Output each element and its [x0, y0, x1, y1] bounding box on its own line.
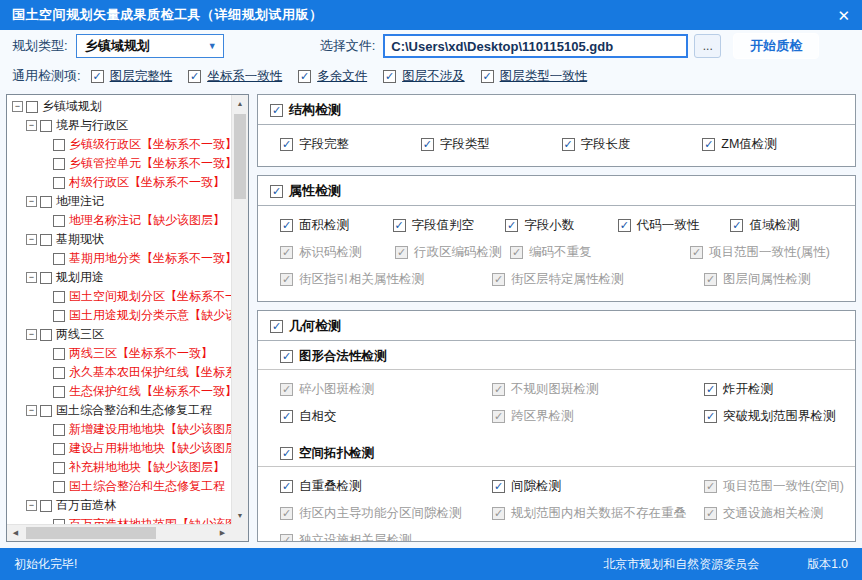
tree-checkbox[interactable]: [40, 234, 52, 246]
check-item[interactable]: 独立设施相关层检测: [280, 531, 492, 542]
check-item[interactable]: ZM值检测: [702, 135, 843, 153]
check-item[interactable]: 交通设施相关检测: [704, 504, 843, 522]
tree-checkbox[interactable]: [53, 177, 65, 189]
scroll-up-icon[interactable]: ▲: [232, 95, 249, 112]
close-icon[interactable]: ✕: [837, 8, 850, 23]
tree-item[interactable]: 乡镇级行政区【坐标系不一致】: [9, 135, 231, 154]
tree-checkbox[interactable]: [53, 139, 65, 151]
shape-toggle[interactable]: 图形合法性检测: [280, 347, 387, 365]
check-item[interactable]: 图层间属性检测: [704, 270, 843, 288]
check-item[interactable]: 规划范围内相关数据不存在重叠: [492, 504, 704, 522]
check-item[interactable]: 街区层特定属性检测: [492, 270, 704, 288]
tree-checkbox[interactable]: [40, 329, 52, 341]
general-check-item[interactable]: 坐标系一致性: [188, 67, 282, 85]
tree-checkbox[interactable]: [53, 462, 65, 474]
tree-checkbox[interactable]: [53, 443, 65, 455]
scroll-right-icon[interactable]: ▶: [214, 525, 231, 542]
check-item[interactable]: 跨区界检测: [492, 407, 704, 425]
tree-checkbox[interactable]: [53, 367, 65, 379]
check-item[interactable]: 面积检测: [280, 216, 393, 234]
check-item[interactable]: 碎小图斑检测: [280, 380, 492, 398]
check-item[interactable]: 项目范围一致性(属性): [690, 243, 843, 261]
tree-expander-icon[interactable]: [26, 500, 37, 511]
check-item[interactable]: 字段类型: [421, 135, 562, 153]
tree-item[interactable]: 境界与行政区: [9, 116, 231, 135]
scroll-left-icon[interactable]: ◀: [7, 525, 24, 542]
tree-item[interactable]: 国土空间规划分区【坐标系不一致】: [9, 287, 231, 306]
tree-checkbox[interactable]: [53, 215, 65, 227]
check-item[interactable]: 突破规划范围界检测: [704, 407, 843, 425]
tree-checkbox[interactable]: [53, 481, 65, 493]
start-inspection-button[interactable]: 开始质检: [733, 33, 819, 59]
tree-item[interactable]: 两线三区【坐标系不一致】: [9, 344, 231, 363]
topology-toggle[interactable]: 空间拓扑检测: [280, 444, 374, 462]
tree-item[interactable]: 国土用途规划分类示意【缺少该图层】: [9, 306, 231, 325]
tree-checkbox[interactable]: [40, 405, 52, 417]
tree-item[interactable]: 地理注记: [9, 192, 231, 211]
check-item[interactable]: 字段长度: [562, 135, 703, 153]
tree-item[interactable]: 补充耕地地块【缺少该图层】: [9, 458, 231, 477]
horizontal-scroll-track[interactable]: [24, 525, 214, 541]
tree-item[interactable]: 地理名称注记【缺少该图层】: [9, 211, 231, 230]
tree-item[interactable]: 基期现状: [9, 230, 231, 249]
geometry-toggle[interactable]: 几何检测: [270, 317, 341, 335]
check-item[interactable]: 炸开检测: [704, 380, 843, 398]
tree-expander-icon[interactable]: [26, 329, 37, 340]
tree-item[interactable]: 生态保护红线【坐标系不一致】: [9, 382, 231, 401]
tree-checkbox[interactable]: [53, 253, 65, 265]
tree-checkbox[interactable]: [53, 291, 65, 303]
tree-checkbox[interactable]: [53, 424, 65, 436]
tree-item[interactable]: 百万亩造林地块范围【缺少该图层】: [9, 515, 231, 524]
tree-item[interactable]: 乡镇域规划: [9, 97, 231, 116]
tree-expander-icon[interactable]: [26, 234, 37, 245]
attribute-toggle[interactable]: 属性检测: [270, 182, 341, 200]
check-item[interactable]: 街区指引相关属性检测: [280, 270, 492, 288]
structure-toggle[interactable]: 结构检测: [270, 101, 341, 119]
tree-expander-icon[interactable]: [26, 272, 37, 283]
check-item[interactable]: 间隙检测: [492, 477, 704, 495]
vertical-scroll-thumb[interactable]: [234, 114, 246, 199]
tree-item[interactable]: 国土综合整治和生态修复工程: [9, 401, 231, 420]
tree-item[interactable]: 乡镇管控单元【坐标系不一致】: [9, 154, 231, 173]
tree-expander-icon[interactable]: [26, 405, 37, 416]
check-item[interactable]: 代码一致性: [618, 216, 731, 234]
tree-checkbox[interactable]: [26, 101, 38, 113]
browse-button[interactable]: ...: [694, 34, 721, 58]
general-check-item[interactable]: 图层不涉及: [383, 67, 465, 85]
vertical-scroll-track[interactable]: [232, 112, 248, 507]
tree-checkbox[interactable]: [40, 272, 52, 284]
general-check-item[interactable]: 图层类型一致性: [481, 67, 588, 85]
check-item[interactable]: 标识码检测: [280, 243, 395, 261]
general-check-item[interactable]: 多余文件: [298, 67, 367, 85]
check-item[interactable]: 自重叠检测: [280, 477, 492, 495]
tree-expander-icon[interactable]: [26, 196, 37, 207]
horizontal-scroll-thumb[interactable]: [26, 527, 156, 539]
tree-item[interactable]: 村级行政区【坐标系不一致】: [9, 173, 231, 192]
tree-expander-icon[interactable]: [12, 101, 23, 112]
tree-checkbox[interactable]: [53, 348, 65, 360]
tree-item[interactable]: 百万亩造林: [9, 496, 231, 515]
check-item[interactable]: 自相交: [280, 407, 492, 425]
tree-item[interactable]: 规划用途: [9, 268, 231, 287]
check-item[interactable]: 编码不重复: [510, 243, 690, 261]
tree-item[interactable]: 新增建设用地地块【缺少该图层】: [9, 420, 231, 439]
tree-checkbox[interactable]: [40, 500, 52, 512]
tree-checkbox[interactable]: [53, 310, 65, 322]
check-item[interactable]: 字段值判空: [393, 216, 506, 234]
check-item[interactable]: 值域检测: [730, 216, 843, 234]
tree-checkbox[interactable]: [53, 158, 65, 170]
tree-item[interactable]: 建设占用耕地地块【缺少该图层】: [9, 439, 231, 458]
tree-checkbox[interactable]: [40, 196, 52, 208]
check-item[interactable]: 项目范围一致性(空间): [704, 477, 844, 495]
tree-item[interactable]: 两线三区: [9, 325, 231, 344]
plan-type-dropdown[interactable]: 乡镇域规划 ▼: [76, 34, 224, 58]
check-item[interactable]: 字段小数: [505, 216, 618, 234]
vertical-scrollbar[interactable]: ▲ ▼: [231, 95, 248, 524]
general-check-item[interactable]: 图层完整性: [91, 67, 173, 85]
check-item[interactable]: 不规则图斑检测: [492, 380, 704, 398]
tree-expander-icon[interactable]: [26, 120, 37, 131]
tree-item[interactable]: 国土综合整治和生态修复工程【缺少该图层】: [9, 477, 231, 496]
tree-checkbox[interactable]: [53, 386, 65, 398]
check-item[interactable]: 字段完整: [280, 135, 421, 153]
tree-checkbox[interactable]: [40, 120, 52, 132]
